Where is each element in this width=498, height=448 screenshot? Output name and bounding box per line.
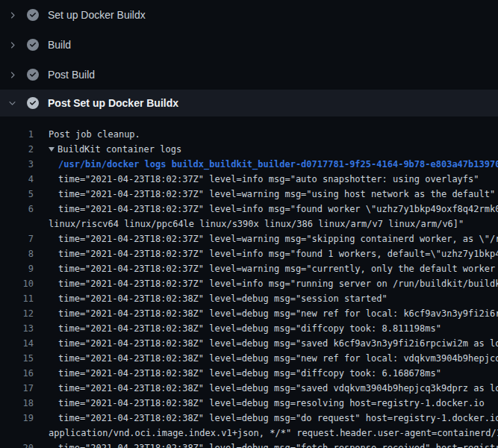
log-line: 5 time="2021-04-23T18:02:37Z" level=warn… xyxy=(0,187,498,202)
log-line: 10 time="2021-04-23T18:02:37Z" level=inf… xyxy=(0,276,498,291)
log-line: 15 time="2021-04-23T18:02:38Z" level=deb… xyxy=(0,351,498,366)
log-line-number[interactable]: 9 xyxy=(0,261,34,276)
log-line: 6 time="2021-04-23T18:02:37Z" level=info… xyxy=(0,202,498,217)
log-line-number[interactable]: 15 xyxy=(0,351,34,366)
check-circle-icon xyxy=(27,69,39,81)
log-line: 4 time="2021-04-23T18:02:37Z" level=info… xyxy=(0,172,498,187)
log-line-number[interactable]: 5 xyxy=(0,187,34,202)
log-line: 8 time="2021-04-23T18:02:37Z" level=info… xyxy=(0,246,498,261)
log-line: 17 time="2021-04-23T18:02:38Z" level=deb… xyxy=(0,381,498,396)
log-line-number xyxy=(0,217,34,231)
log-group-toggle[interactable]: BuildKit container logs xyxy=(49,142,181,157)
log-line: 9 time="2021-04-23T18:02:37Z" level=warn… xyxy=(0,261,498,276)
chevron-right-icon xyxy=(7,40,17,50)
log-line-text: time="2021-04-23T18:02:37Z" level=warnin… xyxy=(58,187,495,202)
log-line: 12 time="2021-04-23T18:02:38Z" level=deb… xyxy=(0,306,498,321)
log-line-number[interactable]: 18 xyxy=(0,396,34,411)
log-line-number[interactable]: 7 xyxy=(0,231,34,246)
log-viewer: 1 Post job cleanup. 2 BuildKit container… xyxy=(0,116,498,448)
log-line-text: time="2021-04-23T18:02:37Z" level=info m… xyxy=(58,246,498,261)
check-circle-icon xyxy=(27,9,39,21)
log-line-number[interactable]: 4 xyxy=(0,172,34,187)
log-line: linux/riscv64 linux/ppc64le linux/s390x … xyxy=(0,217,498,231)
log-line-text: linux/riscv64 linux/ppc64le linux/s390x … xyxy=(49,217,464,231)
log-line-text: time="2021-04-23T18:02:38Z" level=debug … xyxy=(58,441,498,448)
section-header-post-build[interactable]: Post Build xyxy=(0,60,498,90)
chevron-right-icon xyxy=(7,69,17,80)
log-line: 3 /usr/bin/docker logs buildx_buildkit_b… xyxy=(0,157,498,172)
log-line-text: time="2021-04-23T18:02:38Z" level=debug … xyxy=(58,381,498,396)
log-line: 11 time="2021-04-23T18:02:38Z" level=deb… xyxy=(0,291,498,306)
section-label: Build xyxy=(48,39,71,51)
log-line-text: time="2021-04-23T18:02:38Z" level=debug … xyxy=(58,411,498,426)
log-line-number[interactable]: 8 xyxy=(0,246,34,261)
log-line-text: time="2021-04-23T18:02:38Z" level=debug … xyxy=(58,351,498,366)
log-line-number[interactable]: 3 xyxy=(0,157,34,172)
log-line: 16 time="2021-04-23T18:02:38Z" level=deb… xyxy=(0,366,498,381)
log-line: 19 time="2021-04-23T18:02:38Z" level=deb… xyxy=(0,411,498,426)
log-line-number[interactable]: 19 xyxy=(0,411,34,426)
log-line: 7 time="2021-04-23T18:02:37Z" level=warn… xyxy=(0,231,498,246)
log-line-number[interactable]: 6 xyxy=(0,202,34,217)
log-line-text: Post job cleanup. xyxy=(49,127,140,142)
log-line-number[interactable]: 1 xyxy=(0,127,34,142)
log-line-number[interactable]: 16 xyxy=(0,366,34,381)
log-line: 13 time="2021-04-23T18:02:38Z" level=deb… xyxy=(0,321,498,336)
log-line-text: time="2021-04-23T18:02:38Z" level=debug … xyxy=(58,321,441,336)
log-line: 1 Post job cleanup. xyxy=(0,127,498,142)
log-line-text: time="2021-04-23T18:02:37Z" level=info m… xyxy=(58,172,479,187)
section-label: Post Build xyxy=(48,69,95,81)
section-header-build[interactable]: Build xyxy=(0,30,498,60)
check-circle-icon xyxy=(27,39,39,51)
log-line-number[interactable]: 11 xyxy=(0,291,34,306)
chevron-down-icon xyxy=(7,98,17,108)
log-line: 14 time="2021-04-23T18:02:38Z" level=deb… xyxy=(0,336,498,351)
log-line-number[interactable]: 12 xyxy=(0,306,34,321)
log-line: 20 time="2021-04-23T18:02:38Z" level=deb… xyxy=(0,441,498,448)
log-line: 2 BuildKit container logs xyxy=(0,142,498,157)
log-line-text: time="2021-04-23T18:02:38Z" level=debug … xyxy=(58,366,441,381)
section-header-post-set-up-docker-buildx[interactable]: Post Set up Docker Buildx xyxy=(0,90,498,116)
check-circle-icon xyxy=(27,97,39,109)
log-line-text: time="2021-04-23T18:02:37Z" level=info m… xyxy=(58,202,498,217)
log-line-text: time="2021-04-23T18:02:37Z" level=info m… xyxy=(58,276,498,291)
log-line-text: time="2021-04-23T18:02:37Z" level=warnin… xyxy=(58,231,498,246)
group-collapse-icon xyxy=(49,147,55,152)
log-line-number[interactable]: 17 xyxy=(0,381,34,396)
log-line-text: time="2021-04-23T18:02:38Z" level=debug … xyxy=(58,396,485,411)
log-line: 18 time="2021-04-23T18:02:38Z" level=deb… xyxy=(0,396,498,411)
chevron-right-icon xyxy=(7,10,17,20)
log-line-text: time="2021-04-23T18:02:38Z" level=debug … xyxy=(58,336,498,351)
log-line-text: /usr/bin/docker logs buildx_buildkit_bui… xyxy=(58,157,498,172)
log-line: application/vnd.oci.image.index.v1+json,… xyxy=(0,426,498,441)
workflow-steps-panel: Set up Docker Buildx Build Post Bu xyxy=(0,0,498,116)
log-line-text: time="2021-04-23T18:02:38Z" level=debug … xyxy=(58,291,387,306)
section-label: Post Set up Docker Buildx xyxy=(48,97,178,109)
log-line-number[interactable]: 10 xyxy=(0,276,34,291)
log-line-number[interactable]: 20 xyxy=(0,441,34,448)
section-header-set-up-docker-buildx[interactable]: Set up Docker Buildx xyxy=(0,0,498,30)
log-line-number[interactable]: 14 xyxy=(0,336,34,351)
log-line-number[interactable]: 2 xyxy=(0,142,34,157)
log-line-text: application/vnd.oci.image.index.v1+json,… xyxy=(49,426,498,441)
log-line-text: time="2021-04-23T18:02:38Z" level=debug … xyxy=(58,306,498,321)
log-line-number[interactable]: 13 xyxy=(0,321,34,336)
log-line-text: time="2021-04-23T18:02:37Z" level=warnin… xyxy=(58,261,498,276)
log-line-number xyxy=(0,426,34,441)
section-label: Set up Docker Buildx xyxy=(48,9,146,21)
